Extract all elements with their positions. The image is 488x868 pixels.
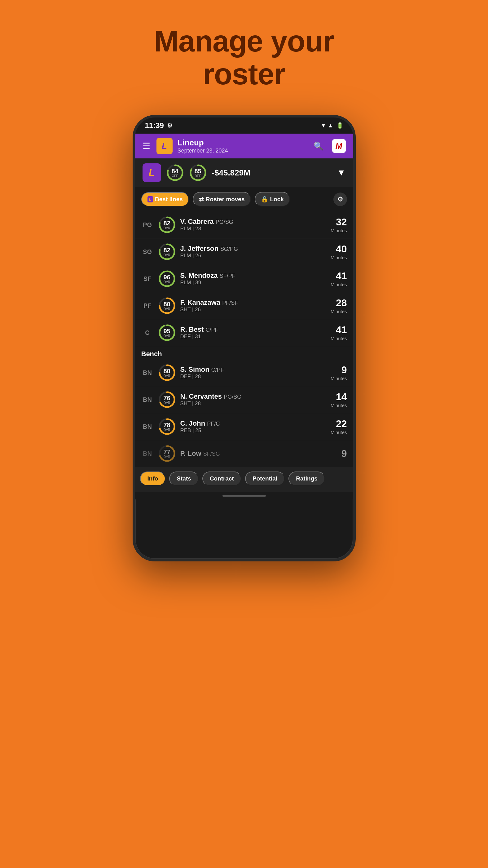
player-rating-bn1: 80OVR bbox=[158, 364, 176, 382]
player-minutes-cabrera: 32 Minutes bbox=[331, 216, 347, 233]
bottom-nav: Info Stats Contract Potential Ratings bbox=[135, 467, 353, 492]
best-lines-logo: L bbox=[148, 196, 153, 203]
status-time: 11:39 bbox=[145, 121, 164, 130]
player-row[interactable]: C 95OVR R. Best C/PF DEF | 31 41 Minutes bbox=[135, 319, 353, 346]
player-rating-pf: 80OVR bbox=[158, 297, 176, 315]
player-minutes-kanazawa: 28 Minutes bbox=[331, 297, 347, 314]
team-summary-bar: L 84 OFF 85 DEF -$45.829M ▼ bbox=[135, 158, 353, 187]
gear-icon: ⚙ bbox=[167, 122, 172, 129]
settings-button[interactable]: ⚙ bbox=[333, 192, 347, 206]
player-rating-pg: 82OVR bbox=[158, 216, 176, 234]
player-rating-bn2: 76OVR bbox=[158, 391, 176, 409]
player-info-john: C. John PF/C REB | 25 bbox=[180, 420, 326, 434]
lock-button[interactable]: 🔒 Lock bbox=[255, 192, 290, 207]
transfer-icon: ⇄ bbox=[199, 196, 204, 203]
bench-section-label: Bench bbox=[135, 346, 353, 359]
user-avatar[interactable]: M bbox=[332, 139, 346, 153]
player-minutes-cervantes: 14 Minutes bbox=[331, 391, 347, 408]
player-rating-c: 95OVR bbox=[158, 323, 176, 342]
player-row[interactable]: PG 82OVR V. Cabrera PG/SG PLM | 28 32 Mi… bbox=[135, 211, 353, 238]
player-minutes-low: 9 bbox=[341, 448, 347, 459]
lock-icon: 🔒 bbox=[261, 196, 268, 203]
tab-contract[interactable]: Contract bbox=[202, 471, 241, 486]
page-title: Manage your roster bbox=[154, 25, 334, 90]
position-c: C bbox=[141, 329, 154, 336]
player-row[interactable]: BN 80OVR S. Simon C/PF DEF | 28 9 Minute… bbox=[135, 359, 353, 386]
player-info-low: P. Low SF/SG bbox=[180, 450, 337, 458]
position-bn1: BN bbox=[141, 369, 154, 376]
status-bar: 11:39 ⚙ ▾ ▲ 🔋 bbox=[135, 118, 353, 134]
player-info-cabrera: V. Cabrera PG/SG PLM | 28 bbox=[180, 218, 326, 232]
action-row: L Best lines ⇄ Roster moves 🔒 Lock ⚙ bbox=[135, 187, 353, 211]
player-info-mendoza: S. Mendoza SF/PF PLM | 39 bbox=[180, 272, 326, 286]
player-minutes-best: 41 Minutes bbox=[331, 324, 347, 341]
signal-icon: ▲ bbox=[328, 122, 333, 129]
player-row[interactable]: SG 82OVR J. Jefferson SG/PG PLM | 26 40 … bbox=[135, 238, 353, 266]
player-list: PG 82OVR V. Cabrera PG/SG PLM | 28 32 Mi… bbox=[135, 211, 353, 467]
tab-stats[interactable]: Stats bbox=[169, 471, 198, 486]
player-minutes-simon: 9 Minutes bbox=[331, 364, 347, 381]
header-date: September 23, 2024 bbox=[177, 148, 308, 154]
position-pf: PF bbox=[141, 302, 154, 309]
position-pg: PG bbox=[141, 221, 154, 228]
battery-icon: 🔋 bbox=[336, 122, 343, 129]
position-bn2: BN bbox=[141, 396, 154, 403]
tab-potential[interactable]: Potential bbox=[245, 471, 285, 486]
player-minutes-mendoza: 41 Minutes bbox=[331, 270, 347, 287]
home-bar bbox=[223, 495, 266, 497]
def-rating-circle: 85 DEF bbox=[189, 164, 207, 182]
player-rating-sg: 82OVR bbox=[158, 243, 176, 261]
off-rating-circle: 84 OFF bbox=[166, 164, 184, 182]
tab-ratings[interactable]: Ratings bbox=[289, 471, 325, 486]
player-minutes-john: 22 Minutes bbox=[331, 418, 347, 435]
tab-info[interactable]: Info bbox=[140, 471, 166, 486]
player-info-cervantes: N. Cervantes PG/SG SHT | 28 bbox=[180, 393, 326, 407]
player-info-best: R. Best C/PF DEF | 31 bbox=[180, 326, 326, 340]
player-info-simon: S. Simon C/PF DEF | 28 bbox=[180, 366, 326, 380]
team-logo-small: L bbox=[142, 163, 161, 182]
menu-icon[interactable]: ☰ bbox=[142, 141, 150, 151]
team-budget: -$45.829M bbox=[212, 168, 332, 178]
player-rating-bn3: 78OVR bbox=[158, 417, 176, 436]
expand-icon[interactable]: ▼ bbox=[337, 168, 346, 178]
player-rating-bn4: 77OVR bbox=[158, 444, 176, 463]
position-sg: SG bbox=[141, 248, 154, 255]
player-minutes-jefferson: 40 Minutes bbox=[331, 243, 347, 260]
best-lines-button[interactable]: L Best lines bbox=[141, 192, 189, 207]
position-bn4: BN bbox=[141, 450, 154, 457]
wifi-icon: ▾ bbox=[322, 122, 325, 129]
player-row[interactable]: BN 77OVR P. Low SF/SG 9 bbox=[135, 440, 353, 467]
player-row[interactable]: SF 96OVR S. Mendoza SF/PF PLM | 39 41 Mi… bbox=[135, 266, 353, 292]
app-header: ☰ L Lineup September 23, 2024 🔍 M bbox=[135, 134, 353, 158]
search-icon[interactable]: 🔍 bbox=[314, 142, 323, 151]
team-logo: L bbox=[157, 138, 172, 154]
player-row[interactable]: PF 80OVR F. Kanazawa PF/SF SHT | 26 28 M… bbox=[135, 292, 353, 319]
player-info-jefferson: J. Jefferson SG/PG PLM | 26 bbox=[180, 245, 326, 259]
player-row[interactable]: BN 78OVR C. John PF/C REB | 25 22 Minute… bbox=[135, 413, 353, 440]
player-info-kanazawa: F. Kanazawa PF/SF SHT | 26 bbox=[180, 299, 326, 313]
phone-mockup: 11:39 ⚙ ▾ ▲ 🔋 ☰ L Lineup September 23, 2… bbox=[133, 115, 356, 561]
header-title-block: Lineup September 23, 2024 bbox=[177, 138, 308, 154]
player-rating-sf: 96OVR bbox=[158, 270, 176, 288]
position-bn3: BN bbox=[141, 423, 154, 430]
player-row[interactable]: BN 76OVR N. Cervantes PG/SG SHT | 28 14 … bbox=[135, 386, 353, 413]
app-title: Lineup bbox=[177, 138, 308, 148]
position-sf: SF bbox=[141, 275, 154, 282]
roster-moves-button[interactable]: ⇄ Roster moves bbox=[193, 192, 251, 207]
home-indicator bbox=[135, 492, 353, 499]
